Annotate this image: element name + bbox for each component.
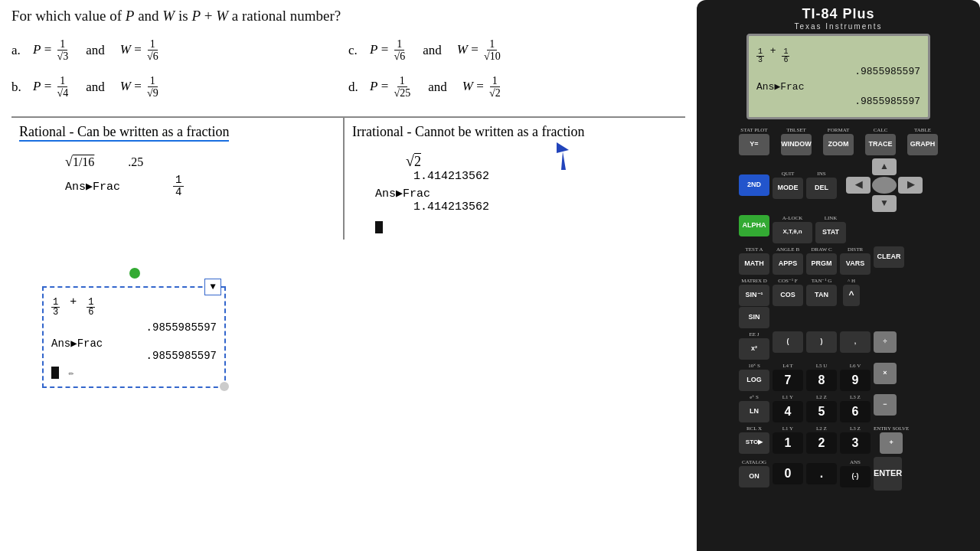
rcl-label: RCL X [746, 425, 762, 432]
test-label: TEST A [745, 246, 763, 253]
open-paren-button[interactable]: ( [773, 331, 803, 353]
l6-label: L6 V [850, 363, 861, 369]
ans-label: ANS [850, 459, 861, 465]
nav-cluster: ▲ ◀ ▶ ▼ [846, 158, 923, 212]
x-squared-button[interactable]: x² [739, 338, 769, 360]
window-button[interactable]: WINDOW [781, 134, 812, 155]
table-label: TABLE [914, 127, 931, 133]
nav-right-button[interactable]: ▶ [898, 177, 923, 194]
nav-left-button[interactable]: ◀ [846, 177, 871, 194]
sqrt-symbol-rational: √ [65, 154, 73, 169]
mode-button[interactable]: MODE [773, 178, 803, 199]
clear-button[interactable]: CLEAR [874, 246, 904, 268]
row-log: 10ˣ S LOG L4 T 7 L5 U 8 L6 V 9 × [739, 363, 938, 391]
rational-header: Rational - Can be written as a fraction [19, 124, 335, 145]
l1-label: L1 Y [782, 394, 793, 400]
question-text: For which value of P and W is P + W a ra… [11, 8, 685, 24]
close-paren-button[interactable]: ) [806, 331, 837, 353]
apps-button[interactable]: APPS [773, 253, 803, 275]
matrix-label: MATRIX D [741, 278, 767, 284]
option-c-and: and [423, 43, 442, 58]
tan-button[interactable]: TAN [806, 285, 837, 306]
option-d: d. P = 1 √25 and W = 1 √2 [348, 72, 685, 103]
option-d-label: d. [348, 80, 364, 95]
5-button[interactable]: 5 [806, 401, 837, 422]
spacer-br [898, 195, 923, 212]
divide-button[interactable]: ÷ [874, 331, 897, 353]
content-area: Rational - Can be written as a fraction … [11, 116, 685, 240]
svg-marker-0 [557, 142, 569, 170]
9-button[interactable]: 9 [840, 370, 871, 391]
option-a-label: a. [11, 43, 27, 58]
2nd-button[interactable]: 2ND [739, 174, 769, 196]
option-b-label: b. [11, 80, 27, 95]
comma-button[interactable]: , [840, 331, 871, 353]
nav-down-button[interactable]: ▼ [872, 195, 897, 212]
enter-button[interactable]: ENTER [874, 457, 902, 491]
decimal-button[interactable]: . [806, 463, 837, 484]
1-button[interactable]: 1 [773, 432, 803, 454]
ins-label: INS [817, 171, 825, 177]
on-button[interactable]: ON [739, 466, 769, 487]
x-t-theta-button[interactable]: X,T,θ,n [773, 222, 812, 243]
screen-line2: .9855985597 [756, 64, 920, 80]
option-c: c. P = 1 √6 and W = 1 √10 [348, 35, 685, 66]
annotation-box-toggle[interactable]: ▼ [204, 279, 221, 295]
2-button[interactable]: 2 [806, 432, 837, 454]
top-function-row: STAT PLOT Y= TBLSET WINDOW FORMAT ZOOM C… [739, 127, 938, 155]
0-button[interactable]: 0 [773, 463, 803, 484]
irr-decimal2: 1.414213562 [413, 201, 678, 214]
catalog-label: CATALOG [742, 459, 766, 465]
row-2nd: 2ND QUIT MODE INS DEL ▲ ◀ ▶ [739, 158, 938, 212]
option-a-w: W = 1 √6 [120, 38, 161, 63]
sto-button[interactable]: STO▶ [739, 432, 769, 454]
cos-inv-label: COS⁻¹ F [778, 278, 797, 284]
cos-button[interactable]: COS [773, 285, 803, 306]
4-button[interactable]: 4 [773, 401, 803, 422]
6-button[interactable]: 6 [840, 401, 871, 422]
minus-button[interactable]: − [874, 394, 897, 416]
zoom-button[interactable]: ZOOM [823, 134, 854, 155]
7-button[interactable]: 7 [773, 370, 803, 391]
alpha-button[interactable]: ALPHA [739, 215, 769, 236]
option-b: b. P = 1 √4 and W = 1 √9 [11, 72, 348, 103]
vars-button[interactable]: VARS [840, 253, 871, 275]
irr-ans-frac: Ans▶Frac [375, 186, 678, 201]
neg-button[interactable]: (-) [840, 466, 871, 487]
option-a-p: P = 1 √3 [33, 38, 70, 63]
annotation-box[interactable]: ▼ 1 3 + 1 6 .9855985597 Ans▶Frac .985598… [42, 286, 226, 388]
row-x2: EE J x² ( ) , ÷ [739, 331, 938, 360]
option-b-and: and [86, 80, 105, 95]
entry-solve-label: ENTRY SOLVE [874, 425, 909, 432]
sin-button[interactable]: SIN [739, 307, 769, 328]
ln-button[interactable]: LN [739, 401, 769, 422]
ex-label: eˣ S [750, 394, 759, 400]
3-button[interactable]: 3 [840, 432, 871, 454]
log-button[interactable]: LOG [739, 370, 769, 391]
y-equals-button[interactable]: Y= [739, 134, 769, 155]
resize-handle[interactable] [220, 382, 229, 391]
option-b-p: P = 1 √4 [33, 75, 70, 99]
up-arrow-button[interactable]: ^ [843, 285, 860, 306]
row-on: CATALOG ON 0 . ANS (-) ENTER [739, 457, 938, 491]
spacer-left [846, 158, 871, 175]
trace-button[interactable]: TRACE [865, 134, 896, 155]
nav-up-button[interactable]: ▲ [872, 158, 897, 175]
plus-button[interactable]: + [880, 432, 903, 454]
angle-b-label: ANGLE B [776, 246, 799, 253]
screen-line4: .9855985597 [756, 94, 920, 109]
prgm-button[interactable]: PRGM [806, 253, 837, 275]
del-button[interactable]: DEL [806, 178, 837, 199]
tblset-label: TBLSET [786, 127, 806, 133]
option-d-p: P = 1 √25 [370, 75, 413, 99]
screen-line3: Ans▶Frac [756, 80, 920, 95]
8-button[interactable]: 8 [806, 370, 837, 391]
stat-button[interactable]: STAT [815, 222, 846, 243]
multiply-button[interactable]: × [874, 363, 897, 384]
graph-button[interactable]: GRAPH [907, 134, 938, 155]
screen-line1: 13 + 16 [756, 44, 920, 64]
options-grid: a. P = 1 √3 and W = 1 √6 c. P = [11, 35, 685, 103]
sqrt-expr-rational: √1/16 .25 [65, 154, 335, 170]
l5-label: L5 U [816, 363, 828, 369]
math-button[interactable]: MATH [739, 253, 769, 275]
